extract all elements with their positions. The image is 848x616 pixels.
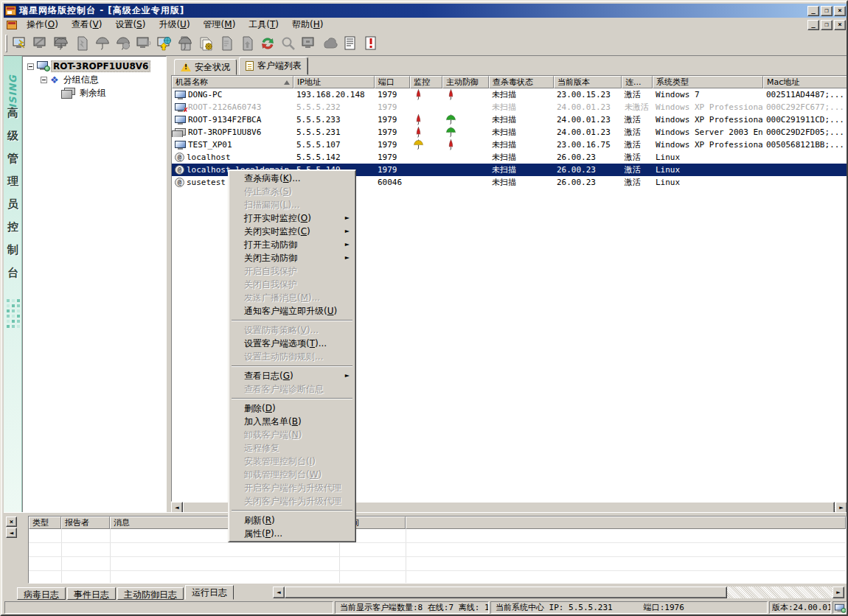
deco-square (12, 325, 15, 328)
close-button[interactable]: × (834, 20, 846, 30)
column-header-1[interactable]: 机器名称 (172, 76, 293, 88)
tab-strip: 安全状况 客户端列表 (171, 56, 847, 75)
table-row[interactable]: ROOT-9134F2FBCA5.5.5.2331979未扫描24.00.01.… (172, 113, 847, 126)
column-header-5[interactable]: 主动防御 (442, 76, 489, 88)
scroll-thumb[interactable] (285, 587, 727, 598)
title-bar: 瑞星网络版控制台 - [高级企业专用版] _❐× (4, 4, 847, 18)
minimize-button[interactable]: _ (807, 6, 819, 16)
table-row[interactable]: @localhost5.5.5.1421979未扫描26.00.23激活Linu… (172, 151, 847, 164)
context-menu-item: 安装管理控制台(I) (230, 455, 354, 468)
log-column-header: 类型 (29, 517, 61, 529)
context-menu-item[interactable]: 刷新(R) (230, 514, 354, 527)
cell: 000C29D2FD05;... (763, 127, 847, 137)
context-menu-item: 停止查杀(S) (230, 185, 354, 198)
scroll-track[interactable] (285, 587, 833, 598)
deco-square (12, 309, 15, 312)
table-row[interactable]: ✗ROOT-2126A607435.5.5.2321979未扫描24.00.01… (172, 101, 847, 113)
computer-lightning-icon[interactable] (10, 34, 30, 53)
context-menu-item: 开启自我保护 (230, 265, 354, 278)
menu-separator (232, 365, 352, 367)
tree-node-server[interactable]: ROT-3ROPF1UU8V6 (23, 60, 166, 73)
yellow-open-umbrella-icon (413, 139, 424, 150)
column-header-7[interactable]: 当前版本 (554, 76, 622, 88)
document-lines-icon[interactable] (340, 34, 361, 53)
vertical-title-char: 高 (4, 106, 22, 120)
log-tab-事件日志[interactable]: 事件日志 (67, 587, 116, 600)
context-menu-item: 卸载管理控制台(W) (230, 468, 354, 481)
context-menu-item[interactable]: 通知客户端立即升级(U) (230, 304, 354, 318)
scroll-right-arrow[interactable]: ► (833, 587, 844, 598)
context-menu-item[interactable]: 属性(P)... (230, 527, 354, 540)
group-tree-panel: ROT-3ROPF1UU8V6 ❖ 分组信息 剩余组 (22, 56, 167, 514)
deco-square (7, 315, 10, 318)
log-table-body (29, 529, 846, 584)
console-gray-icon (299, 34, 319, 53)
tree-node-groups[interactable]: ❖ 分组信息 (23, 73, 166, 86)
column-header-4[interactable]: 监控 (410, 76, 442, 88)
context-menu-item[interactable]: 加入黑名单(B) (230, 415, 354, 428)
tree-label-restgroup[interactable]: 剩余组 (78, 87, 108, 99)
menu-帮助[interactable]: 帮助(H) (285, 17, 330, 32)
column-header-10[interactable]: Mac地址 (763, 76, 847, 88)
deco-square (7, 304, 10, 307)
collapse-log-panel-button[interactable]: ◄ (6, 528, 17, 538)
deco-square (17, 304, 20, 307)
table-row[interactable]: ROT-3ROPF1UU8V65.5.5.2311979未扫描24.00.01.… (172, 126, 847, 139)
linux-client-icon: @ (175, 165, 184, 175)
column-header-8[interactable]: 连... (622, 76, 653, 88)
computer-globe-arrow-icon[interactable] (154, 34, 175, 53)
document-exclamation-icon[interactable] (361, 34, 381, 53)
menu-设置[interactable]: 设置(S) (108, 17, 152, 32)
vertical-title-char: 控 (4, 220, 22, 234)
context-menu-item[interactable]: 打开主动防御► (230, 238, 354, 251)
tree-label-groups[interactable]: 分组信息 (62, 74, 100, 86)
context-menu-item[interactable]: 查杀病毒(K)... (230, 172, 354, 185)
table-row[interactable]: TEST_XP015.5.5.1071979未扫描23.00.16.75激活Wi… (172, 139, 847, 151)
collapse-box-icon[interactable] (27, 63, 34, 70)
context-menu-item[interactable]: 关闭实时监控(C)► (230, 225, 354, 238)
column-header-2[interactable]: IP地址 (293, 76, 375, 88)
column-header-3[interactable]: 端口 (375, 76, 410, 88)
pages-gear-icon[interactable] (195, 34, 216, 53)
minimize-button[interactable]: _ (807, 20, 819, 30)
context-menu-item[interactable]: 设置客户端选项(T)... (230, 337, 354, 350)
menu-操作[interactable]: 操作(O) (20, 17, 65, 32)
log-tab-运行日志[interactable]: 运行日志 (185, 585, 234, 600)
column-header-6[interactable]: 查杀毒状态 (489, 76, 554, 88)
context-menu-item[interactable]: 查看日志(G)► (230, 369, 354, 382)
table-row[interactable]: DONG-PC193.168.20.1481979未扫描23.00.15.23激… (172, 88, 847, 101)
deco-square (17, 320, 20, 323)
menu-查看[interactable]: 查看(V) (65, 17, 109, 32)
tab-client-list[interactable]: 客户端列表 (239, 57, 308, 75)
log-tab-病毒日志[interactable]: 病毒日志 (17, 587, 66, 600)
tab-security-status[interactable]: 安全状况 (174, 59, 237, 75)
scroll-left-arrow[interactable]: ◄ (273, 587, 285, 598)
toolbar-grip (5, 35, 7, 52)
restore-button[interactable]: ❐ (821, 6, 833, 16)
tree-node-restgroup[interactable]: 剩余组 (23, 86, 166, 99)
close-log-panel-button[interactable]: × (6, 517, 17, 527)
close-button[interactable]: × (834, 6, 846, 16)
vertical-title-char: 员 (4, 197, 22, 211)
green-refresh-icon[interactable] (257, 34, 278, 53)
context-menu-item[interactable]: 关闭主动防御► (230, 251, 354, 265)
menu-工具[interactable]: 工具(T) (242, 17, 285, 32)
machine-name-cell: TEST_XP01 (172, 140, 293, 150)
log-panel-controls: × ◄ (4, 516, 27, 584)
restore-button[interactable]: ❐ (821, 20, 833, 30)
gridline (29, 556, 846, 557)
red-closed-umbrella-icon (445, 89, 456, 100)
tree-label-server[interactable]: ROT-3ROPF1UU8V6 (51, 60, 150, 72)
menu-管理[interactable]: 管理(M) (197, 17, 243, 32)
log-tab-主动防御日志[interactable]: 主动防御日志 (117, 587, 184, 600)
menu-升级[interactable]: 升级(U) (152, 17, 196, 32)
deco-square (17, 299, 20, 302)
context-menu-item[interactable]: 打开实时监控(O)► (230, 211, 354, 225)
machine-name-cell: ROT-3ROPF1UU8V6 (172, 127, 293, 137)
context-menu: 查杀病毒(K)...停止查杀(S)扫描漏洞(L)...打开实时监控(O)►关闭实… (228, 169, 356, 542)
context-menu-item[interactable]: 删除(D) (230, 402, 354, 415)
column-header-9[interactable]: 系统类型 (653, 76, 763, 88)
collapse-box-icon[interactable] (41, 77, 47, 83)
cell: 23.00.15.23 (554, 90, 622, 99)
red-closed-umbrella-icon (413, 127, 424, 138)
